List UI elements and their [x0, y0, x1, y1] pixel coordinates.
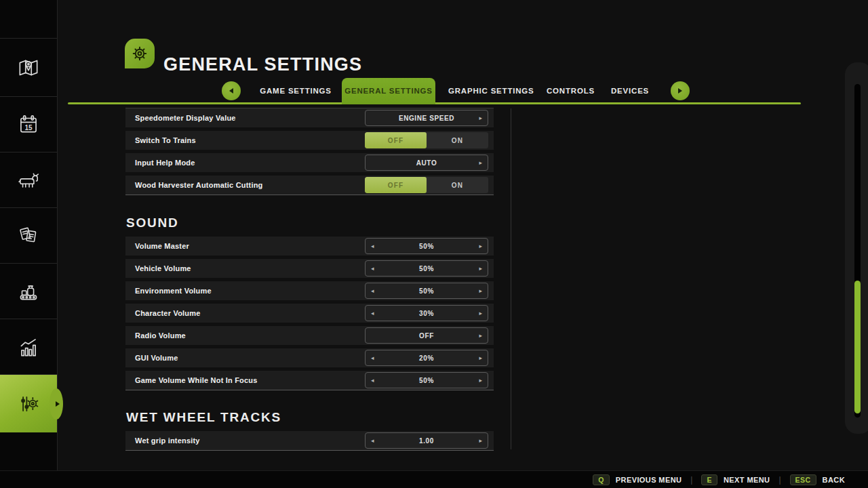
map-icon: [16, 55, 41, 81]
setting-label: Character Volume: [125, 309, 201, 317]
setting-label: GUI Volume: [125, 354, 178, 362]
decrease-arrow-icon[interactable]: ◂: [371, 243, 374, 249]
calendar-day: 15: [24, 123, 33, 131]
page-title-icon-box: [125, 39, 155, 68]
switch-to-trains-toggle[interactable]: OFF ON: [365, 132, 488, 148]
increase-arrow-icon[interactable]: ▸: [479, 333, 482, 339]
section-title-wet-wheel-tracks: WET WHEEL TRACKS: [126, 410, 281, 425]
back-hint[interactable]: ESC BACK: [790, 474, 845, 485]
setting-label: Wet grip intensity: [125, 436, 200, 445]
setting-label: Radio Volume: [125, 331, 186, 340]
next-option-arrow-icon[interactable]: ▸: [479, 160, 482, 166]
content-right-edge: [511, 108, 511, 449]
setting-row: Switch To Trains OFF ON: [125, 131, 494, 150]
setting-row: Vehicle Volume ◂ 50% ▸: [125, 259, 494, 278]
toggle-on-option[interactable]: ON: [427, 132, 488, 148]
settings-icon: [16, 391, 41, 417]
setting-label: Environment Volume: [125, 287, 212, 295]
decrease-arrow-icon[interactable]: ◂: [371, 438, 374, 444]
increase-arrow-icon[interactable]: ▸: [479, 310, 482, 317]
left-arrow-icon: [229, 88, 233, 94]
statistics-icon: [16, 334, 41, 360]
environment-volume-stepper[interactable]: ◂ 50% ▸: [365, 283, 488, 299]
vehicle-volume-stepper[interactable]: ◂ 50% ▸: [365, 260, 488, 277]
settings-group-general: Speedometer Display Value ENGINE SPEED ▸…: [125, 108, 494, 195]
increase-arrow-icon[interactable]: ▸: [479, 355, 482, 361]
wood-harvester-automatic-cutting-toggle[interactable]: OFF ON: [365, 177, 488, 193]
sidebar-item-animals[interactable]: [0, 152, 57, 207]
sidebar: 15: [0, 0, 58, 470]
right-arrow-icon: [678, 88, 682, 94]
settings-group-sound: Volume Master ◂ 50% ▸ Vehicle Volume ◂ 5…: [125, 237, 494, 390]
setting-row: Character Volume ◂ 30% ▸: [125, 304, 494, 323]
decrease-arrow-icon[interactable]: ◂: [371, 310, 374, 317]
toggle-off-option[interactable]: OFF: [365, 132, 427, 148]
tab-devices[interactable]: DEVICES: [611, 78, 648, 104]
animals-icon: [16, 167, 41, 193]
speedometer-display-value-option[interactable]: ENGINE SPEED ▸: [365, 110, 488, 126]
tab-graphic-settings[interactable]: GRAPHIC SETTINGS: [448, 78, 526, 104]
scrollbar-panel: [845, 62, 868, 434]
footer-hint-bar: Q PREVIOUS MENU | E NEXT MENU | ESC BACK: [0, 470, 868, 488]
setting-row: Volume Master ◂ 50% ▸: [125, 237, 494, 256]
key-badge-esc: ESC: [790, 474, 816, 485]
hint-separator: |: [778, 475, 781, 485]
tab-general-settings[interactable]: GENERAL SETTINGS: [342, 78, 435, 104]
sidebar-item-production[interactable]: [0, 263, 57, 319]
active-item-arrow-icon: [56, 401, 60, 407]
gui-volume-stepper[interactable]: ◂ 20% ▸: [365, 350, 488, 366]
hint-separator: |: [690, 475, 692, 485]
game-volume-not-in-focus-stepper[interactable]: ◂ 50% ▸: [365, 372, 488, 388]
contracts-icon: [16, 223, 41, 249]
increase-arrow-icon[interactable]: ▸: [479, 266, 482, 272]
next-option-arrow-icon[interactable]: ▸: [479, 115, 482, 121]
setting-row: Wet grip intensity ◂ 1.00 ▸: [125, 431, 494, 450]
calendar-icon: 15: [16, 112, 41, 138]
setting-label: Game Volume While Not In Focus: [125, 376, 258, 384]
setting-row: Game Volume While Not In Focus ◂ 50% ▸: [125, 371, 494, 390]
increase-arrow-icon[interactable]: ▸: [479, 378, 482, 384]
decrease-arrow-icon[interactable]: ◂: [371, 266, 374, 272]
setting-row: Wood Harvester Automatic Cutting OFF ON: [125, 176, 494, 195]
setting-row: Speedometer Display Value ENGINE SPEED ▸: [125, 108, 494, 127]
next-menu-hint[interactable]: E NEXT MENU: [701, 474, 770, 485]
decrease-arrow-icon[interactable]: ◂: [371, 288, 374, 294]
general-settings-screen: 15: [0, 0, 868, 488]
setting-label: Wood Harvester Automatic Cutting: [125, 181, 263, 189]
setting-row: Radio Volume OFF ▸: [125, 326, 494, 345]
key-badge-q: Q: [593, 474, 610, 485]
setting-label: Volume Master: [125, 242, 189, 250]
sidebar-item-settings[interactable]: [0, 374, 57, 432]
tabs-next-button[interactable]: [671, 81, 690, 100]
decrease-arrow-icon[interactable]: ◂: [371, 355, 374, 361]
toggle-on-option[interactable]: ON: [427, 177, 488, 193]
radio-volume-stepper[interactable]: OFF ▸: [365, 327, 488, 344]
sidebar-empty-slot: [0, 0, 57, 38]
sidebar-item-contracts[interactable]: [0, 207, 57, 263]
tab-game-settings[interactable]: GAME SETTINGS: [260, 78, 332, 104]
setting-label: Vehicle Volume: [125, 264, 191, 272]
production-icon: [16, 279, 41, 304]
wet-grip-intensity-stepper[interactable]: ◂ 1.00 ▸: [365, 432, 488, 449]
settings-group-wet-wheel-tracks: Wet grip intensity ◂ 1.00 ▸: [125, 431, 494, 451]
volume-master-stepper[interactable]: ◂ 50% ▸: [365, 238, 488, 254]
decrease-arrow-icon[interactable]: ◂: [371, 378, 374, 384]
tab-controls[interactable]: CONTROLS: [547, 78, 591, 104]
section-title-sound: SOUND: [126, 216, 179, 230]
previous-menu-hint[interactable]: Q PREVIOUS MENU: [593, 474, 682, 485]
setting-row: GUI Volume ◂ 20% ▸: [125, 348, 494, 367]
key-badge-e: E: [701, 474, 717, 485]
scrollbar-track[interactable]: [854, 84, 861, 418]
gear-icon: [128, 42, 151, 65]
input-help-mode-option[interactable]: AUTO ▸: [365, 155, 488, 171]
setting-row: Input Help Mode AUTO ▸: [125, 153, 494, 172]
scrollbar-thumb[interactable]: [854, 281, 861, 413]
increase-arrow-icon[interactable]: ▸: [479, 438, 482, 444]
increase-arrow-icon[interactable]: ▸: [479, 288, 482, 294]
toggle-off-option[interactable]: OFF: [365, 177, 427, 193]
sidebar-item-statistics[interactable]: [0, 319, 57, 374]
character-volume-stepper[interactable]: ◂ 30% ▸: [365, 305, 488, 321]
increase-arrow-icon[interactable]: ▸: [479, 243, 482, 249]
sidebar-item-calendar[interactable]: 15: [0, 96, 57, 152]
tabs-previous-button[interactable]: [222, 81, 241, 100]
